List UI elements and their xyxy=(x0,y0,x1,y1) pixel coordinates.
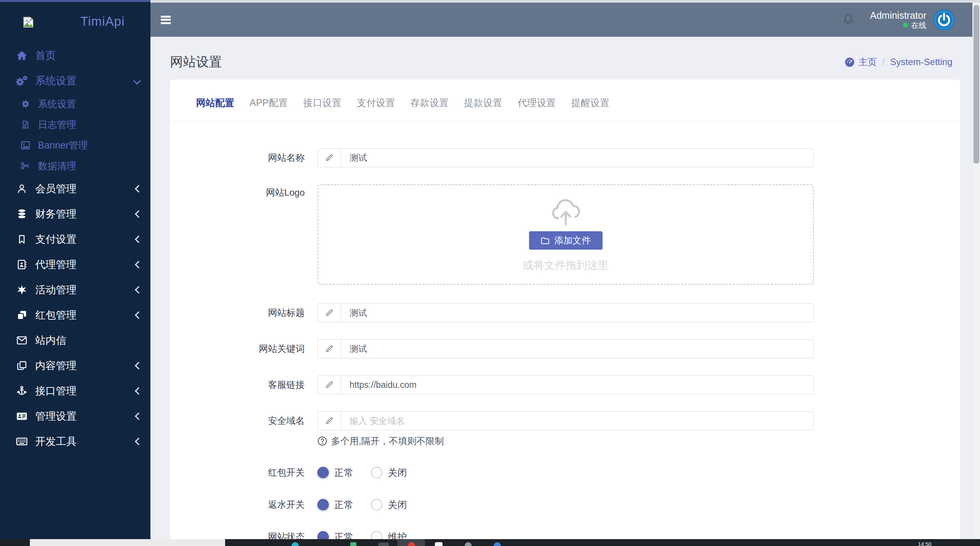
radio-unselected[interactable] xyxy=(371,499,382,510)
page-title: 网站设置 xyxy=(170,53,222,71)
tab-withdrawal-settings[interactable]: 提款设置 xyxy=(456,96,510,109)
sidebar-item-agent-management[interactable]: 代理管理 xyxy=(0,252,150,277)
service-link-input[interactable] xyxy=(341,376,813,394)
tab-agent-settings[interactable]: 代理设置 xyxy=(510,96,564,109)
breadcrumb-home-link[interactable]: 主页 xyxy=(859,56,877,68)
user-menu[interactable]: Administrator 在线 xyxy=(870,10,926,30)
sidebar-item-label: 系统设置 xyxy=(35,74,77,88)
envelope-icon xyxy=(15,335,28,345)
tab-api-settings[interactable]: 接口设置 xyxy=(296,96,349,109)
brand-header[interactable]: TimiApi xyxy=(0,2,150,40)
taskbar-app-icon[interactable] xyxy=(378,543,389,546)
site-config-form: 网站名称 网站Logo xyxy=(170,122,960,539)
sidebar-item-red-packet-management[interactable]: 红包管理 xyxy=(0,302,150,328)
vertical-scrollbar[interactable] xyxy=(972,3,980,539)
sidebar-item-label: 数据清理 xyxy=(38,160,76,172)
taskbar-app-icon[interactable] xyxy=(350,542,356,546)
bookmark-icon xyxy=(15,234,28,245)
secure-domain-input-group xyxy=(317,411,814,430)
site-name-input-group xyxy=(317,148,814,167)
add-file-button[interactable]: 添加文件 xyxy=(529,231,603,250)
sidebar-item-home[interactable]: 首页 xyxy=(0,43,150,68)
sidebar-item-banner-management[interactable]: Banner管理 xyxy=(0,135,150,155)
taskbar-app-icon[interactable] xyxy=(465,542,472,546)
chevron-down-icon xyxy=(133,77,141,85)
sidebar-item-label: 活动管理 xyxy=(35,283,77,297)
clone-icon xyxy=(15,309,28,321)
taskbar-app-icon[interactable] xyxy=(494,542,501,546)
scrollbar-thumb[interactable] xyxy=(973,5,979,163)
site-keywords-input-group xyxy=(317,339,814,358)
question-circle-icon xyxy=(317,436,327,446)
tab-site-config[interactable]: 网站配置 xyxy=(188,96,242,109)
radio-unselected[interactable] xyxy=(371,531,382,539)
sidebar-item-system-settings-sub[interactable]: 系统设置 xyxy=(0,93,150,114)
radio-selected[interactable] xyxy=(317,499,329,510)
home-icon xyxy=(15,50,28,61)
sidebar-item-payment-settings[interactable]: 支付设置 xyxy=(0,227,150,252)
rebate-switch-label: 返水开关 xyxy=(170,499,305,511)
radio-option-label[interactable]: 正常 xyxy=(334,466,353,479)
sidebar-item-dev-tools[interactable]: 开发工具 xyxy=(0,429,150,454)
sidebar-item-system-settings[interactable]: 系统设置 xyxy=(0,68,150,93)
app-logo-text: TimiApi xyxy=(80,14,125,29)
sidebar-item-data-cleanup[interactable]: 数据清理 xyxy=(0,155,150,176)
tab-deposit-settings[interactable]: 存款设置 xyxy=(403,96,456,109)
secure-domain-input[interactable] xyxy=(341,412,813,430)
site-status-label: 网站状态 xyxy=(170,531,305,539)
taskbar-window-preview[interactable] xyxy=(30,539,225,546)
scissors-icon xyxy=(20,161,30,170)
red-packet-switch-row: 红包开关 正常 关闭 xyxy=(170,466,960,479)
sidebar-item-content-management[interactable]: 内容管理 xyxy=(0,353,150,378)
sidebar-item-admin-settings[interactable]: 管理设置 xyxy=(0,404,150,429)
sidebar-item-label: 日志管理 xyxy=(38,118,76,131)
chevron-left-icon xyxy=(135,387,142,395)
radio-selected[interactable] xyxy=(317,467,329,478)
dashboard-icon xyxy=(844,57,855,67)
taskbar-clock[interactable]: 14:50 xyxy=(918,541,931,546)
sidebar-item-member-management[interactable]: 会员管理 xyxy=(0,176,150,201)
radio-unselected[interactable] xyxy=(371,467,382,478)
sidebar-item-label: 财务管理 xyxy=(35,207,77,221)
radio-option-label[interactable]: 正常 xyxy=(334,531,353,539)
sidebar-item-activity-management[interactable]: 活动管理 xyxy=(0,277,150,302)
sidebar: TimiApi 首页 xyxy=(0,0,150,539)
sidebar-item-label: 首页 xyxy=(35,49,56,62)
tab-app-config[interactable]: APP配置 xyxy=(242,96,296,109)
radio-option-label[interactable]: 正常 xyxy=(334,499,353,511)
site-title-input-group xyxy=(317,303,814,322)
drag-hint-text: 或将文件拖到这里 xyxy=(523,258,609,273)
logo-upload-dropzone[interactable]: 添加文件 或将文件拖到这里 xyxy=(317,184,814,285)
site-name-input[interactable] xyxy=(341,149,813,167)
chevron-left-icon xyxy=(135,210,142,218)
notifications-bell-icon[interactable] xyxy=(842,12,855,28)
sidebar-item-finance-management[interactable]: 财务管理 xyxy=(0,201,150,227)
broken-image-icon xyxy=(22,16,34,28)
taskbar-app-icon[interactable] xyxy=(435,542,443,546)
site-keywords-label: 网站关键词 xyxy=(170,343,305,355)
sidebar-item-api-management[interactable]: 接口管理 xyxy=(0,378,150,404)
site-keywords-input[interactable] xyxy=(341,340,813,358)
radio-option-label[interactable]: 关闭 xyxy=(388,466,407,479)
taskbar-app-icon[interactable] xyxy=(292,542,299,546)
radio-selected[interactable] xyxy=(317,531,329,539)
online-status-dot xyxy=(903,23,908,28)
image-icon xyxy=(20,141,30,150)
copy-icon xyxy=(15,360,28,371)
site-title-input[interactable] xyxy=(341,304,813,322)
avatar[interactable] xyxy=(933,9,955,31)
radio-option-label[interactable]: 关闭 xyxy=(388,499,407,511)
radio-option-label[interactable]: 维护 xyxy=(388,531,407,539)
service-link-label: 客服链接 xyxy=(170,379,305,391)
sidebar-item-site-mail[interactable]: 站内信 xyxy=(0,328,150,353)
site-name-label: 网站名称 xyxy=(170,152,305,164)
tab-reminder-settings[interactable]: 提醒设置 xyxy=(564,96,617,109)
pencil-icon xyxy=(318,376,341,394)
chevron-left-icon xyxy=(135,261,142,268)
tab-payment-settings[interactable]: 支付设置 xyxy=(349,96,403,109)
user-status-label: 在线 xyxy=(911,21,926,30)
chevron-left-icon xyxy=(135,185,142,193)
menu-toggle-button[interactable] xyxy=(161,16,171,24)
sidebar-item-log-management[interactable]: 日志管理 xyxy=(0,114,150,135)
user-icon xyxy=(15,183,28,195)
